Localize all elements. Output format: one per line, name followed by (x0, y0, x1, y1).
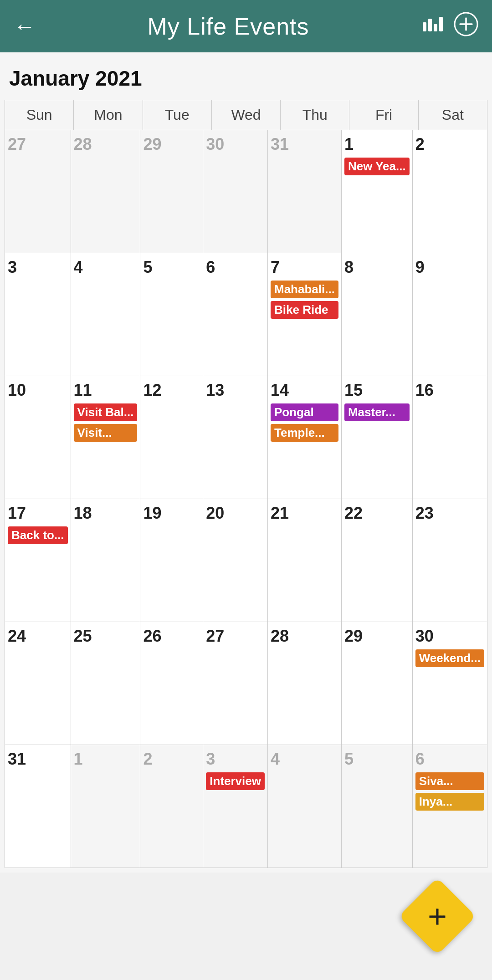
day-number: 24 (8, 627, 68, 646)
day-number: 31 (8, 750, 68, 769)
calendar-cell[interactable]: 12 (140, 376, 203, 499)
calendar-cell[interactable]: 19 (140, 499, 203, 622)
calendar-cell[interactable]: 23 (413, 499, 487, 622)
back-button[interactable]: ← (14, 14, 36, 39)
calendar-cell[interactable]: 2 (413, 130, 487, 253)
fab-plus-icon: + (428, 900, 447, 933)
day-number: 31 (271, 135, 338, 154)
day-number: 6 (415, 750, 484, 769)
calendar-cell[interactable]: 8 (342, 253, 413, 376)
event-badge[interactable]: New Yea... (344, 158, 410, 175)
calendar-cell[interactable]: 18 (71, 499, 141, 622)
day-number: 10 (8, 381, 68, 400)
calendar-cell[interactable]: 28 (71, 130, 141, 253)
calendar-grid: 27282930311New Yea...234567Mahabali...Bi… (5, 130, 487, 868)
calendar-cell[interactable]: 31 (268, 130, 342, 253)
chart-icon[interactable] (421, 14, 443, 39)
calendar-cell[interactable]: 11Visit Bal...Visit... (71, 376, 141, 499)
event-badge[interactable]: Visit... (74, 424, 138, 442)
event-badge[interactable]: Weekend... (415, 649, 484, 667)
header-actions (421, 12, 478, 41)
day-number: 16 (415, 381, 484, 400)
calendar-cell[interactable]: 14PongalTemple... (268, 376, 342, 499)
calendar-cell[interactable]: 6Siva...Inya... (413, 745, 487, 868)
calendar-cell[interactable]: 29 (342, 622, 413, 745)
day-number: 7 (271, 258, 338, 277)
day-number: 9 (415, 258, 484, 277)
event-badge[interactable]: Mahabali... (271, 281, 338, 298)
fab-add-button[interactable]: + (399, 878, 476, 955)
day-number: 17 (8, 504, 68, 523)
calendar-cell[interactable]: 9 (413, 253, 487, 376)
event-badge[interactable]: Inya... (415, 793, 484, 811)
day-number: 30 (415, 627, 484, 646)
day-number: 30 (206, 135, 265, 154)
calendar-cell[interactable]: 13 (203, 376, 268, 499)
event-badge[interactable]: Back to... (8, 526, 68, 544)
day-number: 3 (206, 750, 265, 769)
calendar-cell[interactable]: 22 (342, 499, 413, 622)
calendar-cell[interactable]: 27 (5, 130, 71, 253)
calendar-cell[interactable]: 29 (140, 130, 203, 253)
day-number: 19 (143, 504, 200, 523)
calendar-cell[interactable]: 3Interview (203, 745, 268, 868)
event-badge[interactable]: Pongal (271, 403, 338, 421)
page-title: My Life Events (147, 13, 309, 40)
calendar-cell[interactable]: 1New Yea... (342, 130, 413, 253)
day-number: 4 (74, 258, 138, 277)
event-badge[interactable]: Interview (206, 772, 265, 790)
day-header-wed: Wed (212, 100, 281, 130)
day-number: 23 (415, 504, 484, 523)
day-number: 1 (344, 135, 410, 154)
calendar-cell[interactable]: 25 (71, 622, 141, 745)
event-badge[interactable]: Temple... (271, 424, 338, 442)
day-number: 2 (415, 135, 484, 154)
day-number: 12 (143, 381, 200, 400)
day-header-sun: Sun (5, 100, 74, 130)
event-badge[interactable]: Visit Bal... (74, 403, 138, 421)
calendar-cell[interactable]: 24 (5, 622, 71, 745)
calendar-cell[interactable]: 17Back to... (5, 499, 71, 622)
calendar-cell[interactable]: 4 (268, 745, 342, 868)
svg-rect-3 (439, 17, 443, 31)
calendar-cell[interactable]: 6 (203, 253, 268, 376)
day-header-fri: Fri (349, 100, 418, 130)
calendar-cell[interactable]: 5 (342, 745, 413, 868)
add-event-button[interactable] (454, 12, 478, 41)
calendar-cell[interactable]: 15Master... (342, 376, 413, 499)
calendar-cell[interactable]: 16 (413, 376, 487, 499)
calendar-cell[interactable]: 30Weekend... (413, 622, 487, 745)
calendar-cell[interactable]: 20 (203, 499, 268, 622)
calendar-cell[interactable]: 26 (140, 622, 203, 745)
calendar-cell[interactable]: 21 (268, 499, 342, 622)
calendar-cell[interactable]: 7Mahabali...Bike Ride (268, 253, 342, 376)
calendar-cell[interactable]: 30 (203, 130, 268, 253)
day-header-sat: Sat (419, 100, 487, 130)
event-badge[interactable]: Siva... (415, 772, 484, 790)
day-number: 4 (271, 750, 338, 769)
day-number: 27 (8, 135, 68, 154)
calendar-cell[interactable]: 31 (5, 745, 71, 868)
day-number: 20 (206, 504, 265, 523)
calendar-cell[interactable]: 28 (268, 622, 342, 745)
calendar-cell[interactable]: 10 (5, 376, 71, 499)
day-number: 26 (143, 627, 200, 646)
svg-rect-2 (434, 24, 437, 31)
calendar-cell[interactable]: 2 (140, 745, 203, 868)
day-number: 25 (74, 627, 138, 646)
event-badge[interactable]: Master... (344, 403, 410, 421)
calendar-cell[interactable]: 3 (5, 253, 71, 376)
event-badge[interactable]: Bike Ride (271, 301, 338, 319)
app-header: ← My Life Events (0, 0, 492, 52)
day-number: 8 (344, 258, 410, 277)
calendar-cell[interactable]: 1 (71, 745, 141, 868)
calendar-cell[interactable]: 5 (140, 253, 203, 376)
svg-rect-0 (423, 22, 426, 31)
calendar-cell[interactable]: 27 (203, 622, 268, 745)
day-number: 6 (206, 258, 265, 277)
day-number: 5 (344, 750, 410, 769)
day-number: 18 (74, 504, 138, 523)
day-number: 11 (74, 381, 138, 400)
day-number: 27 (206, 627, 265, 646)
calendar-cell[interactable]: 4 (71, 253, 141, 376)
